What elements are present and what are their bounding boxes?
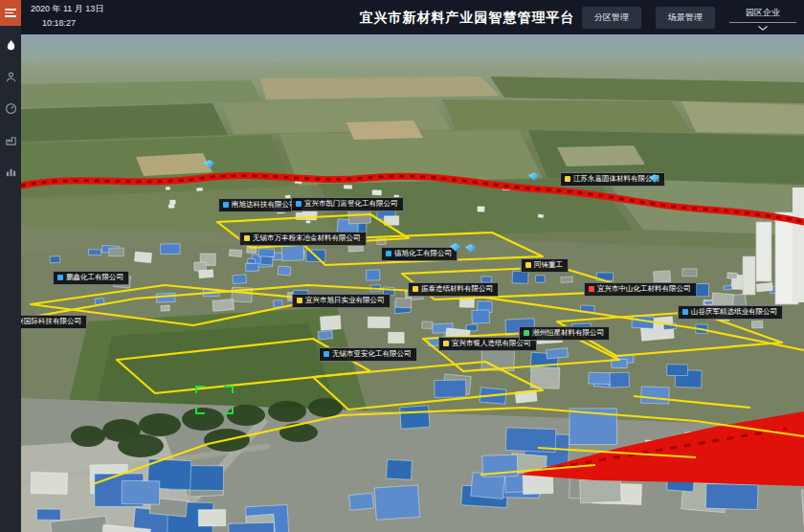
- company-label[interactable]: 德旭化工有限公司: [381, 247, 458, 261]
- company-label-text: 无锡市万丰粉末冶金材料有限公司: [253, 234, 361, 243]
- gauge-icon[interactable]: [0, 96, 21, 121]
- company-marker-icon: [589, 286, 594, 292]
- company-label-text: 南旭达科技有限公司: [232, 201, 297, 210]
- company-label-text: 同铸重工: [534, 261, 563, 270]
- company-marker-icon: [244, 235, 250, 241]
- company-marker-icon: [682, 309, 688, 315]
- company-label[interactable]: 南旭达科技有限公司: [218, 198, 302, 212]
- chevron-down-icon: [758, 26, 768, 31]
- header-actions: 分区管理 场景管理 园区企业: [582, 0, 796, 34]
- company-label[interactable]: 山谷庆军精选纸业有限公司: [678, 305, 783, 320]
- company-label[interactable]: 振泰造纸材料有限公司: [408, 282, 499, 297]
- company-label-text: 潮州恒星材料有限公司: [532, 329, 604, 338]
- app-window: 2020 年 11 月 13日 10:18:27 宜兴市新材料产业园智慧管理平台…: [0, 0, 804, 532]
- datetime: 2020 年 11 月 13日 10:18:27: [31, 5, 103, 29]
- company-marker-icon: [324, 351, 329, 357]
- zone-manage-button[interactable]: 分区管理: [582, 7, 641, 29]
- company-label[interactable]: 潮州恒星材料有限公司: [519, 326, 610, 341]
- date-text: 2020 年 11 月 13日: [31, 4, 103, 13]
- time-text: 10:18:27: [42, 19, 103, 29]
- dropdown-label: 园区企业: [746, 5, 780, 22]
- company-marker-icon: [57, 275, 63, 280]
- park-enterprise-dropdown[interactable]: 园区企业: [729, 5, 796, 31]
- company-label-text: 宜兴市中山化工材料有限公司: [597, 285, 691, 294]
- company-label-text: 江苏永嘉固体材料有限公司: [573, 175, 659, 184]
- company-label[interactable]: 同铸重工: [521, 258, 569, 273]
- company-label[interactable]: 宜兴国际科技有限公司: [21, 315, 87, 329]
- sidebar: [0, 0, 21, 532]
- map-label-layer: 江苏永嘉固体材料有限公司南旭达科技有限公司宜兴市凯门富登化工有限公司无锡市万丰粉…: [21, 34, 804, 532]
- company-label[interactable]: 江苏永嘉固体材料有限公司: [560, 172, 665, 187]
- company-label-text: 山谷庆军精选纸业有限公司: [691, 308, 777, 317]
- company-label-text: 鹏鑫化工有限公司: [66, 274, 123, 282]
- selection-bracket: [195, 386, 234, 414]
- poi-marker-icon[interactable]: [528, 172, 539, 181]
- company-label-text: 振泰造纸材料有限公司: [421, 285, 493, 294]
- company-marker-icon: [223, 202, 229, 208]
- poi-marker-icon[interactable]: [204, 160, 214, 168]
- company-marker-icon: [524, 330, 529, 336]
- company-label-text: 宜兴市旭日实业有限公司: [305, 297, 385, 305]
- company-label-text: 宜兴市银人造纸有限公司: [452, 340, 531, 348]
- company-label[interactable]: 无锡市万丰粉末冶金材料有限公司: [239, 232, 367, 246]
- company-marker-icon: [413, 286, 418, 292]
- company-marker-icon: [297, 298, 302, 303]
- flame-icon[interactable]: [0, 33, 21, 57]
- company-marker-icon: [565, 176, 570, 182]
- menu-icon[interactable]: [0, 0, 21, 26]
- company-marker-icon: [386, 251, 391, 256]
- header-bar: 2020 年 11 月 13日 10:18:27 宜兴市新材料产业园智慧管理平台…: [21, 0, 804, 34]
- person-icon[interactable]: [0, 64, 21, 89]
- bar-chart-icon[interactable]: [0, 159, 21, 184]
- company-label[interactable]: 宜兴市旭日实业有限公司: [292, 294, 391, 308]
- map-viewport[interactable]: 江苏永嘉固体材料有限公司南旭达科技有限公司宜兴市凯门富登化工有限公司无锡市万丰粉…: [21, 34, 804, 532]
- scene-manage-button[interactable]: 场景管理: [656, 7, 715, 29]
- company-label-text: 德旭化工有限公司: [394, 250, 452, 258]
- company-label[interactable]: 无锡市亚安化工有限公司: [319, 347, 417, 362]
- company-marker-icon: [443, 341, 449, 346]
- factory-icon[interactable]: [0, 127, 21, 152]
- company-label-text: 宜兴市凯门富登化工有限公司: [304, 200, 398, 209]
- company-label-text: 无锡市亚安化工有限公司: [332, 350, 412, 359]
- company-label[interactable]: 宜兴市凯门富登化工有限公司: [291, 197, 404, 211]
- company-marker-icon: [525, 262, 531, 268]
- company-label-text: 宜兴国际科技有限公司: [21, 318, 81, 326]
- poi-marker-icon[interactable]: [465, 244, 476, 253]
- company-marker-icon: [296, 201, 302, 207]
- company-label[interactable]: 鹏鑫化工有限公司: [53, 271, 129, 285]
- page-title: 宜兴市新材料产业园智慧管理平台: [360, 10, 575, 27]
- company-label[interactable]: 宜兴市中山化工材料有限公司: [584, 282, 697, 297]
